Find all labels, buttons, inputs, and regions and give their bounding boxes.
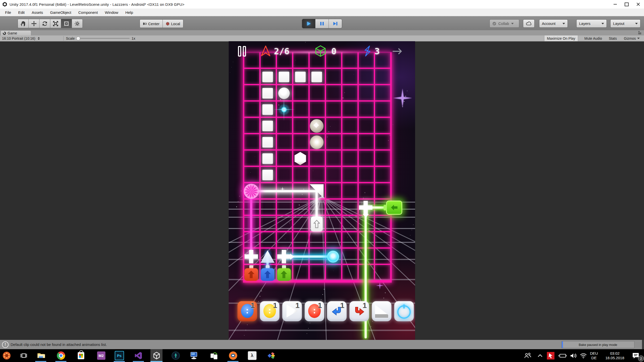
taskbar-system-monitor-icon[interactable] [188,349,200,362]
inventory-orb-blue-button[interactable]: 1 [237,301,257,321]
transform-tool-button[interactable] [72,19,83,28]
taskbar-task-view-icon[interactable] [18,349,30,362]
inventory-mirror-button[interactable] [372,301,391,321]
account-dropdown[interactable]: Account [539,19,568,28]
hand-tool-button[interactable] [18,19,29,28]
layout-dropdown[interactable]: Layout [610,19,640,28]
piece-cross[interactable] [245,250,258,263]
wifi-tray-icon[interactable] [578,349,589,362]
piece-boulder[interactable] [310,119,324,133]
taskbar-ms-store-icon[interactable] [75,349,87,362]
piece-cross-down[interactable] [359,201,373,214]
taskbar-translator-icon[interactable] [208,349,220,362]
menu-assets[interactable]: Assets [28,9,47,16]
menu-file[interactable]: File [2,9,15,16]
piece-block[interactable] [262,121,273,131]
taskbar-m2sys-icon[interactable]: M2 [95,349,107,362]
menu-component[interactable]: Component [75,9,101,16]
piece-block[interactable] [262,104,273,115]
scale-tool-button[interactable] [50,19,61,28]
windows-taskbar: M2Psλ DEU DE 03:02 18.05.2018 2 [0,349,644,362]
piece-block[interactable] [262,137,273,148]
piece-cross-right[interactable] [277,250,291,263]
volume-tray-icon[interactable] [568,349,579,362]
tray-expand-chevron[interactable] [535,349,545,362]
piece-block[interactable] [262,72,273,82]
gizmos-dropdown[interactable]: Gizmos [621,35,642,41]
play-button[interactable] [302,19,315,28]
piece-sphere-white[interactable] [278,87,290,99]
taskbar-office-shapes-icon[interactable] [265,349,277,362]
language-indicator[interactable]: DEU DE [588,349,600,362]
taskbar-start-button[interactable] [1,349,13,362]
rotate-tool-button[interactable] [39,19,50,28]
piece-block[interactable] [262,170,273,180]
tab-game[interactable]: Game [1,30,31,36]
piece-arrow-block[interactable] [311,216,323,232]
taskbar-lambda-tool-icon[interactable]: λ [246,349,258,362]
maximize-button[interactable] [621,0,632,9]
maximize-on-play-toggle[interactable]: Maximize On Play [544,35,578,41]
mute-audio-toggle[interactable]: Mute Audio [582,35,605,41]
taskbar-unity-icon[interactable] [150,349,163,362]
taskbar-file-explorer-icon[interactable] [35,349,47,362]
layers-dropdown[interactable]: Layers [576,19,607,28]
pivot-center-button[interactable]: Center [140,20,163,28]
scale-slider-knob[interactable] [76,36,80,40]
piece-tank-green[interactable] [277,265,291,281]
mouse-utility-tray-icon[interactable] [545,349,556,362]
taskbar-dark-app-icon[interactable] [170,349,182,362]
menu-window[interactable]: Window [101,9,122,16]
taskbar-blender-icon[interactable] [227,349,239,362]
piece-block[interactable] [262,153,273,164]
piece-sphere-glow[interactable] [310,135,324,149]
inventory-orb-yellow-button[interactable]: 1 [260,301,279,321]
close-button[interactable] [632,0,644,9]
piece-tank-blue[interactable] [261,265,274,281]
piece-emitter-pink[interactable] [244,184,259,199]
inventory-prism-button[interactable]: 1 [282,301,302,321]
aspect-dropdown[interactable]: 16:10 Portrait (10:16) [2,35,40,41]
cloud-button[interactable] [523,19,535,28]
status-bar[interactable]: ! Default clip could not be found in att… [0,340,644,349]
piece-orb-cyan[interactable] [281,107,287,112]
action-center-icon[interactable]: 2 [629,349,642,362]
piece-block[interactable] [311,72,322,82]
piece-emitter-green[interactable] [386,201,402,215]
rect-tool-button[interactable] [61,19,72,28]
move-tool-button[interactable] [29,19,39,28]
taskbar-chrome-icon[interactable] [55,349,67,362]
taskbar-visual-studio-icon[interactable] [132,349,144,362]
menu-help[interactable]: Help [122,9,137,16]
step-button[interactable] [329,19,342,28]
people-tray-icon[interactable] [522,349,533,362]
clock[interactable]: 03:02 18.05.2018 [602,349,628,362]
collab-dropdown[interactable]: Collab [490,19,519,28]
inventory-rotate-right-button[interactable]: 1 [349,301,369,321]
inventory-power-button[interactable] [394,301,414,321]
stats-toggle[interactable]: Stats [606,35,619,41]
piece-block[interactable] [262,88,273,99]
hud-pause-icon[interactable] [238,46,246,57]
piece-orb-cyan-big[interactable] [327,251,339,263]
piece-block[interactable] [295,72,306,82]
menu-bar: FileEditAssetsGameObjectComponentWindowH… [0,9,644,16]
piece-block[interactable] [279,72,289,82]
rotation-local-button[interactable]: Local [163,20,183,28]
arrow-up-icon [264,271,271,278]
inventory-count-badge: 1 [340,301,344,310]
inventory-rotate-left-button[interactable]: 1 [327,301,347,321]
hud-cube-icon [315,45,326,57]
hud-next-arrow-icon[interactable] [392,47,403,55]
battery-tray-icon[interactable] [557,349,568,362]
menu-gameobject[interactable]: GameObject [47,9,75,16]
inventory-orb-red-button[interactable]: 1 [305,301,324,321]
piece-tank-red[interactable] [245,265,258,281]
tab-menu-icon[interactable] [637,31,642,35]
sparkle-star [392,88,413,109]
scale-slider[interactable] [77,38,130,39]
taskbar-photoshop-icon[interactable]: Ps [113,349,125,362]
menu-edit[interactable]: Edit [15,9,28,16]
minimize-button[interactable] [609,0,621,9]
pause-button[interactable] [315,19,329,28]
